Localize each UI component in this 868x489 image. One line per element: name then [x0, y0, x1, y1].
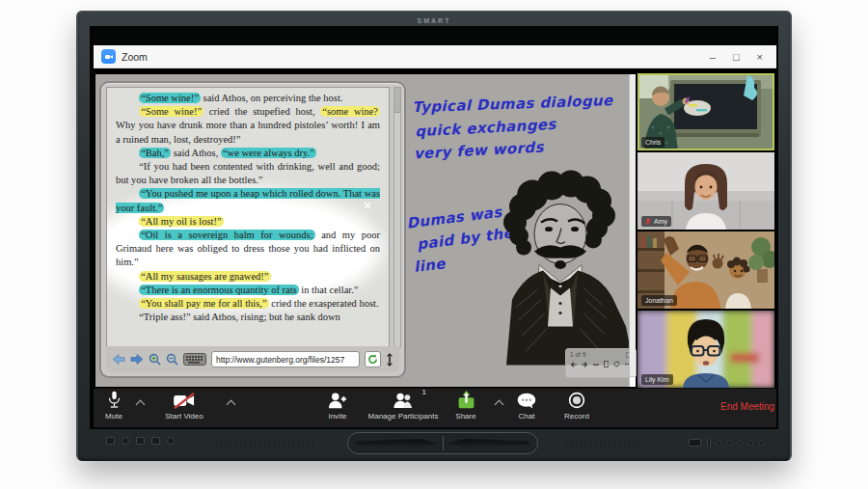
participant-video-chris[interactable]: Chris: [637, 73, 774, 150]
mute-button[interactable]: Mute: [93, 391, 135, 421]
control-button: [727, 441, 732, 446]
pen-tray: [347, 432, 538, 454]
text-segment: cried the exasperated host.: [269, 298, 379, 309]
record-icon: [568, 392, 585, 409]
close-button[interactable]: ×: [757, 50, 763, 64]
window-title: Zoom: [122, 51, 148, 63]
text-segment: Why you have drunk more than a hundred p…: [116, 120, 380, 144]
paragraph: “Some wine!” cried the stupefied host, “…: [116, 105, 380, 147]
chat-bubble-icon: [517, 393, 536, 409]
whiteboard-scrollbar-thumb[interactable]: [630, 376, 636, 387]
minimize-button[interactable]: –: [710, 50, 716, 64]
text-segment: “Some wine!”: [139, 93, 201, 103]
maximize-button[interactable]: □: [733, 50, 740, 64]
dumas-portrait-image: [479, 170, 643, 371]
text-segment: “some wine?: [320, 106, 380, 117]
port-icon: [122, 437, 129, 445]
forward-icon[interactable]: [130, 354, 144, 365]
keyboard-icon[interactable]: [183, 353, 206, 366]
hardware-controls: [689, 437, 764, 448]
share-button[interactable]: Share: [442, 391, 490, 421]
paragraph: “Oil is a sovereign balm for wounds; and…: [116, 229, 380, 270]
port-icon: [167, 437, 175, 445]
text-segment: said Athos,: [171, 148, 221, 158]
text-segment: “There is an enormous quantity of rats: [139, 285, 299, 295]
next-page-icon[interactable]: [582, 361, 588, 368]
smart-logo: SMART: [78, 17, 790, 24]
participants-icon: [393, 392, 414, 409]
share-screen-icon: [457, 391, 475, 409]
whiteboard-scrollbar[interactable]: [629, 74, 636, 387]
page-scrollbar-thumb[interactable]: [394, 88, 400, 113]
browser-toolbar: http://www.gutenberg.org/files/1257: [106, 346, 399, 372]
text-segment: “Some wine!”: [139, 106, 203, 117]
paragraph: “Triple ass!” said Athos, rising; but he…: [116, 311, 380, 324]
participant-video-lilykim[interactable]: Lily Kim: [637, 311, 774, 388]
text-segment: “Bah,”: [139, 148, 171, 158]
invite-button[interactable]: Invite: [309, 391, 366, 421]
close-annotation-icon[interactable]: [364, 196, 371, 213]
page-nav-label: 1 of 9: [570, 351, 585, 358]
control-button: [748, 441, 753, 446]
text-segment: “All my oil is lost!”: [139, 216, 223, 227]
page-icon[interactable]: [604, 360, 609, 368]
document-page[interactable]: “Some wine!” said Athos, on perceiving t…: [106, 87, 390, 347]
text-segment: “Oil is a sovereign balm for wounds;: [139, 230, 314, 240]
smart-pen: [356, 439, 439, 448]
resize-vertical-icon[interactable]: [386, 353, 393, 367]
speaker-grille: [564, 440, 637, 448]
paragraph: “Bah,” said Athos, “we were always dry.”: [116, 147, 380, 160]
participant-name-badge: Lily Kim: [641, 374, 673, 385]
chat-button[interactable]: Chat: [503, 391, 550, 421]
muted-mic-icon: [645, 218, 651, 226]
minimize-nav-icon[interactable]: [593, 361, 599, 368]
invite-person-icon: [328, 392, 347, 409]
page-scrollbar[interactable]: [393, 87, 401, 347]
port-icon: [106, 437, 115, 445]
text-segment: “Triple ass!” said Athos, rising; but he…: [139, 312, 340, 322]
zoom-in-icon[interactable]: [149, 353, 161, 366]
refresh-button[interactable]: [365, 351, 381, 367]
smart-pen: [448, 439, 530, 448]
refresh-page-icon[interactable]: [613, 360, 620, 368]
microphone-icon: [107, 391, 122, 409]
pen-tray-divider: [443, 436, 444, 450]
paragraph: “All my sausages are gnawed!”: [116, 270, 380, 284]
participant-video-jonathan[interactable]: Jonathan: [637, 231, 774, 309]
smartboard-photo: SMART Zoom – □ ×: [0, 0, 868, 489]
text-segment: “If you had been contented with drinking…: [116, 161, 380, 185]
participant-name-badge: Jonathan: [641, 295, 677, 306]
text-segment: in that cellar.”: [299, 285, 359, 295]
document-text: “Some wine!” said Athos, on perceiving t…: [107, 88, 389, 324]
paragraph: “You pushed me upon a heap which rolled …: [116, 187, 380, 214]
text-segment: “we were always dry.”: [221, 148, 316, 158]
url-field[interactable]: http://www.gutenberg.org/files/1257: [211, 351, 360, 367]
paragraph: “You shall pay me for all this,” cried t…: [116, 297, 380, 311]
control-button: [717, 441, 721, 446]
control-button: [738, 441, 743, 446]
window-titlebar[interactable]: Zoom – □ ×: [94, 45, 776, 68]
browser-widget: “Some wine!” said Athos, on perceiving t…: [99, 81, 406, 378]
text-segment: “You pushed me upon a heap which rolled …: [116, 188, 380, 212]
prev-page-icon[interactable]: [570, 361, 577, 368]
video-off-icon: [173, 393, 196, 409]
speaker-grille: [214, 440, 316, 448]
paragraph: “All my oil is lost!”: [116, 215, 380, 229]
text-segment: said Athos, on perceiving the host.: [201, 93, 343, 103]
end-meeting-button[interactable]: End Meeting: [720, 401, 774, 412]
control-button: [759, 441, 764, 446]
port-icon: [136, 437, 145, 445]
text-segment: cried the stupefied host,: [203, 106, 320, 117]
paragraph: “Some wine!” said Athos, on perceiving t…: [116, 92, 380, 105]
page-nav-toolbar: 1 of 9: [565, 348, 637, 378]
connector-ports: [106, 437, 175, 445]
back-icon[interactable]: [112, 354, 125, 365]
participant-video-amy[interactable]: Amy: [637, 152, 774, 230]
record-button[interactable]: Record: [552, 391, 602, 421]
text-segment: “You shall pay me for all this,”: [139, 298, 268, 309]
zoom-app-icon: [101, 49, 116, 64]
zoom-out-icon[interactable]: [166, 353, 178, 366]
control-stick: [707, 437, 711, 448]
manage-participants-button[interactable]: 1 Manage Participants: [359, 391, 448, 421]
start-video-button[interactable]: Start Video: [147, 391, 222, 421]
